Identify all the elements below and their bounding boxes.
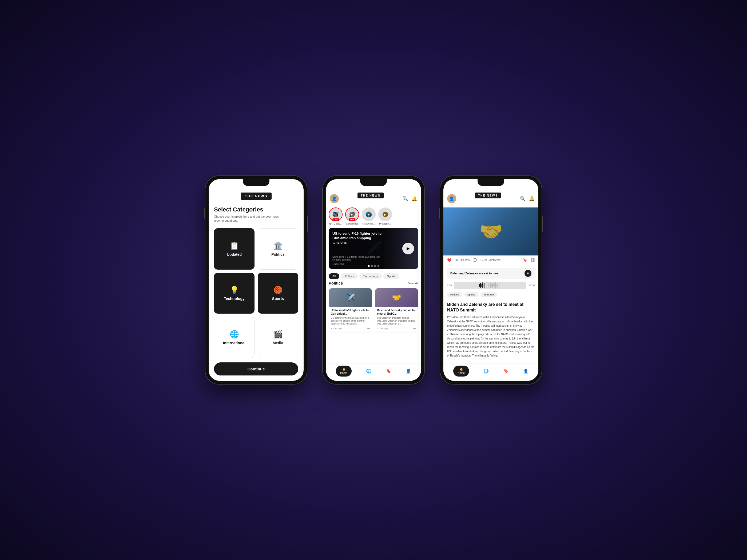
nav-home-2[interactable]: 🏠 Home <box>336 366 352 376</box>
news-cards-row: ✈️ US to send F-16 fighter jets to Gulf … <box>329 288 418 333</box>
cat-politics[interactable]: 🏛️ Politics <box>258 228 298 270</box>
play-overlay-nato: ⏸ <box>333 212 338 217</box>
bottom-nav-2: 🏠 Home 🌐 🔖 👤 <box>326 363 421 381</box>
updated-icon: 📋 <box>230 241 239 250</box>
hero-subtitle: US to send F-16 fighter jets to Gulf ami… <box>332 256 386 262</box>
nav-home-3[interactable]: 🏠 Home <box>453 366 469 376</box>
audio-total-time: 10:00 <box>529 284 535 287</box>
wbar-4 <box>482 283 483 288</box>
news-card-1[interactable]: ✈️ US to send F-16 fighter jets to Gulf … <box>329 288 372 333</box>
tag-politics[interactable]: Politics <box>447 292 462 297</box>
cat-sports[interactable]: 🏀 Sports <box>258 273 298 314</box>
nav-bookmark-3[interactable]: 🔖 <box>504 369 509 374</box>
news-card-footer-1: 3 hour ago ••• <box>329 327 372 330</box>
bell-icon-3[interactable]: 🔔 <box>529 196 535 202</box>
logo-badge-2: THE NEWS <box>358 192 384 198</box>
share-icon[interactable]: ⬆️ <box>531 258 535 262</box>
profile-icon-2: 👤 <box>406 369 411 374</box>
hero-play-button[interactable]: ▶ <box>402 243 414 255</box>
cat-media[interactable]: 🎬 Media <box>258 317 298 358</box>
likes-count[interactable]: 265.6k Likes <box>455 259 469 262</box>
cat-international-label: International <box>223 341 246 345</box>
heart-icon: ❤️ <box>447 258 452 262</box>
comment-icon: 💬 <box>473 258 477 262</box>
dot-2 <box>371 265 373 267</box>
feed-section: Politics View All ✈️ US to send F-16 fig… <box>326 281 421 363</box>
section-header: Politics View All <box>329 281 418 285</box>
story-nato2[interactable]: 🌍 ▶ NATO #Bi... <box>362 208 376 225</box>
search-icon-3[interactable]: 🔍 <box>520 196 525 202</box>
nav-bookmark-2[interactable]: 🔖 <box>386 369 391 374</box>
wbar-10 <box>488 284 488 287</box>
nav-profile-3[interactable]: 👤 <box>523 369 529 374</box>
filter-sports[interactable]: Sports <box>383 273 400 279</box>
select-title: Select Categories <box>214 206 298 213</box>
categories-grid: 📋 Updated 🏛️ Politics 💡 Technology 🏀 Spo… <box>214 228 298 358</box>
waveform[interactable] <box>454 282 526 289</box>
news-card-desc-1: US defense official said Washington is c… <box>329 317 372 325</box>
nav-globe-2[interactable]: 🌐 <box>366 369 371 374</box>
nav-globe-3[interactable]: 🌐 <box>483 369 489 374</box>
news-feed-screen: 👤 THE NEWS 🔍 🔔 ✈️ ⏸ LIVE NATO upd... <box>326 179 421 381</box>
wbar-19 <box>496 284 496 287</box>
story-protest[interactable]: ✊ ▶ Protest in... <box>378 208 392 225</box>
wbar-15 <box>492 283 493 288</box>
select-subtitle: Choose your interests here and get the b… <box>214 215 298 223</box>
nav-profile-2[interactable]: 👤 <box>406 369 411 374</box>
waveform-bars <box>454 282 526 289</box>
wbar-2 <box>480 283 481 288</box>
story-label-nato2: NATO #Bi... <box>362 222 375 225</box>
wbar-11 <box>488 283 489 288</box>
filter-politics[interactable]: Politics <box>341 273 358 279</box>
play-overlay-conf: ▶ <box>350 212 355 217</box>
avatar-2[interactable]: 👤 <box>330 194 339 203</box>
home-icon-3: 🏠 <box>460 368 463 371</box>
story-nato[interactable]: ✈️ ⏸ LIVE NATO upd... <box>329 208 342 225</box>
stories-row: ✈️ ⏸ LIVE NATO upd... 🎤 ▶ LIVE Conferenc… <box>326 208 421 228</box>
news-card-desc-2: The Ukrainian president said he was...Th… <box>375 317 418 325</box>
cat-sports-label: Sports <box>272 296 284 301</box>
cat-media-label: Media <box>273 341 283 345</box>
more-icon-2[interactable]: ••• <box>413 327 416 330</box>
home-icon-2: 🏠 <box>342 368 345 371</box>
cat-technology[interactable]: 💡 Technology <box>214 273 255 314</box>
story-circle-conf: 🎤 ▶ LIVE <box>345 208 359 221</box>
cat-politics-label: Politics <box>271 252 285 257</box>
pause-button[interactable]: ⏸ <box>524 270 532 277</box>
phone-3: 👤 THE NEWS 🔍 🔔 🤝 ❤️ 265.6k Likes 💬 12.9k… <box>440 176 542 384</box>
bookmark-icon-art: 🔖 <box>504 369 509 374</box>
bell-icon-2[interactable]: 🔔 <box>411 196 417 202</box>
home-label-2: Home <box>340 371 347 374</box>
audio-player: Biden and Zelensky are set to meet ⏸ <box>447 268 535 279</box>
hero-card[interactable]: ✈️ US to send F-16 fighter jets to Gulf … <box>329 228 418 269</box>
search-icon-2[interactable]: 🔍 <box>402 196 408 202</box>
view-all-link[interactable]: View All <box>408 282 418 285</box>
filter-all[interactable]: All <box>329 273 339 279</box>
continue-button[interactable]: Continue <box>214 363 298 375</box>
categories-screen: THE NEWS Select Categories Choose your i… <box>209 179 304 381</box>
story-circle-protest: ✊ ▶ <box>378 208 392 221</box>
wbar-1 <box>479 284 480 287</box>
hero-dots <box>368 265 379 267</box>
tag-time: hour ago <box>481 292 497 297</box>
bookmark-icon-3[interactable]: 🔖 <box>523 258 527 262</box>
logo-badge-3: THE NEWS <box>475 192 501 198</box>
tag-sports[interactable]: Sports <box>464 292 478 297</box>
media-icon: 🎬 <box>274 330 283 339</box>
wbar-14 <box>491 284 492 287</box>
filter-technology[interactable]: Technology <box>359 273 382 279</box>
cat-updated[interactable]: 📋 Updated <box>214 228 255 270</box>
wbar-20 <box>497 283 497 288</box>
phone-notch-3 <box>478 179 504 186</box>
audio-current-time: 2:20 <box>447 284 452 287</box>
phone-2: 👤 THE NEWS 🔍 🔔 ✈️ ⏸ LIVE NATO upd... <box>323 176 424 384</box>
news-card-2[interactable]: 🤝 Biden and Zelensky are set to meet at … <box>375 288 418 333</box>
wbar-7 <box>485 284 485 286</box>
story-conference[interactable]: 🎤 ▶ LIVE Conference <box>345 208 359 225</box>
live-badge-conf: LIVE <box>349 218 355 221</box>
dot-4 <box>378 265 379 267</box>
avatar-3[interactable]: 👤 <box>447 194 456 203</box>
cat-international[interactable]: 🌐 International <box>214 317 255 358</box>
comments-count[interactable]: 12.9k Comments <box>480 259 500 262</box>
more-icon-1[interactable]: ••• <box>366 327 370 330</box>
